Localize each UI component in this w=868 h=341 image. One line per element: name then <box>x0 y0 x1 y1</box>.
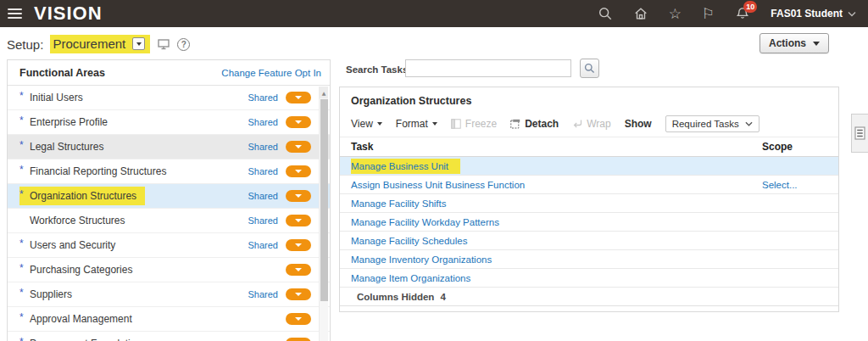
table-row-manage-item-organizations[interactable]: Manage Item Organizations <box>340 269 838 288</box>
functional-area-label: Purchasing Categories <box>30 264 132 276</box>
required-marker: * <box>19 139 30 151</box>
functional-area-row-procurement-foundation[interactable]: *Procurement Foundation <box>8 332 330 341</box>
functional-area-row-organization-structures[interactable]: *Organization Structures Shared <box>8 184 330 209</box>
functional-area-row-approval-management[interactable]: *Approval Management <box>8 307 330 332</box>
functional-area-row-enterprise-profile[interactable]: *Enterprise Profile Shared <box>8 110 330 135</box>
area-actions-button[interactable] <box>286 190 311 202</box>
notifications-bell-icon[interactable]: 10 <box>735 6 750 21</box>
area-actions-button[interactable] <box>286 92 311 103</box>
scrollbar-thumb[interactable] <box>320 99 328 301</box>
shared-link[interactable]: Shared <box>248 117 278 127</box>
favorites-star-icon[interactable]: ☆ <box>669 6 682 21</box>
functional-areas-scrollbar[interactable]: ▲ <box>319 87 328 341</box>
watchlist-flag-icon[interactable]: ⚐ <box>702 6 715 21</box>
functional-area-label: Initial Users <box>30 92 83 103</box>
chevron-down-icon <box>295 243 302 247</box>
functional-area-row-financial-reporting-structures[interactable]: *Financial Reporting Structures Shared <box>8 159 330 184</box>
format-menu-button[interactable]: Format <box>396 118 437 130</box>
freeze-icon <box>451 119 461 129</box>
functional-area-label: Users and Security <box>30 239 115 251</box>
scope-column-header[interactable]: Scope <box>762 141 838 153</box>
functional-area-row-purchasing-categories[interactable]: *Purchasing Categories <box>8 258 330 282</box>
setup-header-bar: Setup: Procurement ? Actions <box>0 27 868 59</box>
chevron-down-icon <box>295 194 302 198</box>
functional-area-label: Procurement Foundation <box>30 338 142 341</box>
table-row-manage-facility-schedules[interactable]: Manage Facility Schedules <box>340 232 838 250</box>
freeze-button: Freeze <box>451 118 497 130</box>
shared-link[interactable]: Shared <box>248 215 278 226</box>
detach-button[interactable]: Detach <box>510 118 559 130</box>
area-actions-button[interactable] <box>286 313 311 325</box>
columns-hidden-count: 4 <box>440 292 445 302</box>
search-tasks-button[interactable] <box>580 59 599 78</box>
shared-link[interactable]: Shared <box>248 142 278 152</box>
announcements-icon[interactable] <box>157 37 170 51</box>
change-feature-opt-in-link[interactable]: Change Feature Opt In <box>221 68 321 78</box>
search-icon[interactable] <box>598 6 613 21</box>
user-name: FAS01 Student <box>771 8 843 20</box>
task-link[interactable]: Manage Facility Schedules <box>351 236 467 246</box>
functional-area-row-users-and-security[interactable]: *Users and Security Shared <box>8 233 330 258</box>
table-row-manage-business-unit[interactable]: Manage Business Unit <box>340 157 838 176</box>
task-list-side-tab[interactable] <box>851 114 868 153</box>
search-tasks-input[interactable] <box>405 59 571 77</box>
highlight-mark: *Organization Structures <box>19 187 145 205</box>
help-icon[interactable]: ? <box>177 38 190 51</box>
task-link[interactable]: Assign Business Unit Business Function <box>351 180 525 190</box>
area-actions-button[interactable] <box>286 264 311 276</box>
scrollbar-up-arrow[interactable]: ▲ <box>320 87 328 98</box>
show-filter-select[interactable]: Required Tasks <box>665 115 760 132</box>
task-column-header[interactable]: Task <box>351 141 762 153</box>
wrap-button: Wrap <box>572 118 610 130</box>
shared-link[interactable]: Shared <box>248 166 278 176</box>
area-actions-button[interactable] <box>286 215 311 226</box>
required-marker: * <box>19 287 30 299</box>
shared-link[interactable]: Shared <box>248 92 278 103</box>
area-actions-button[interactable] <box>286 116 311 128</box>
chevron-down-icon <box>745 121 753 126</box>
functional-area-label: Workforce Structures <box>30 215 125 226</box>
organization-structures-panel: Organization Structures View Format Free… <box>339 87 839 312</box>
shared-link[interactable]: Shared <box>248 240 278 250</box>
offering-dropdown-button[interactable] <box>132 37 145 50</box>
chevron-down-icon <box>295 145 302 148</box>
area-actions-button[interactable] <box>286 338 311 341</box>
area-actions-button[interactable] <box>286 288 311 300</box>
functional-area-row-legal-structures[interactable]: *Legal Structures Shared <box>8 135 330 159</box>
table-row-manage-facility-shifts[interactable]: Manage Facility Shifts <box>340 194 838 213</box>
area-actions-button[interactable] <box>286 141 311 153</box>
shared-link[interactable]: Shared <box>248 289 278 299</box>
actions-button[interactable]: Actions <box>760 33 829 53</box>
table-row-manage-inventory-organizations[interactable]: Manage Inventory Organizations <box>340 250 838 269</box>
hamburger-menu-icon[interactable] <box>8 8 22 19</box>
scope-select-link[interactable]: Select... <box>762 180 838 190</box>
area-actions-button[interactable] <box>286 239 311 251</box>
page-title: Setup: Procurement ? <box>7 35 190 53</box>
task-link[interactable]: Manage Facility Workday Patterns <box>351 217 499 227</box>
vision-logo: VISION <box>34 3 103 25</box>
functional-area-row-workforce-structures[interactable]: Workforce Structures Shared <box>8 209 330 233</box>
functional-areas-header: Functional Areas Change Feature Opt In <box>8 60 330 86</box>
task-link[interactable]: Manage Item Organizations <box>351 273 470 283</box>
functional-area-row-suppliers[interactable]: *Suppliers Shared <box>8 282 330 307</box>
functional-area-label: Organization Structures <box>30 190 136 202</box>
user-menu[interactable]: FAS01 Student <box>771 8 856 20</box>
offering-selector[interactable]: Procurement <box>50 35 150 53</box>
topbar-icon-group: ☆ ⚐ 10 FAS01 Student <box>598 6 868 21</box>
required-marker: * <box>19 164 30 176</box>
chevron-down-icon <box>295 317 302 321</box>
task-link[interactable]: Manage Facility Shifts <box>351 198 447 209</box>
actions-button-label: Actions <box>769 37 806 49</box>
functional-area-label: Legal Structures <box>30 141 103 153</box>
view-menu-button[interactable]: View <box>351 118 382 130</box>
functional-areas-title: Functional Areas <box>19 67 105 79</box>
task-link[interactable]: Manage Inventory Organizations <box>351 254 492 265</box>
table-row-assign-business-unit-business-function[interactable]: Assign Business Unit Business Function S… <box>340 176 838 194</box>
home-icon[interactable] <box>633 6 648 21</box>
functional-area-row-initial-users[interactable]: *Initial Users Shared <box>8 86 330 110</box>
task-link[interactable]: Manage Business Unit <box>351 159 460 174</box>
area-actions-button[interactable] <box>286 165 311 177</box>
shared-link[interactable]: Shared <box>248 191 278 201</box>
setup-prefix-label: Setup: <box>7 37 43 52</box>
table-row-manage-facility-workday-patterns[interactable]: Manage Facility Workday Patterns <box>340 213 838 232</box>
